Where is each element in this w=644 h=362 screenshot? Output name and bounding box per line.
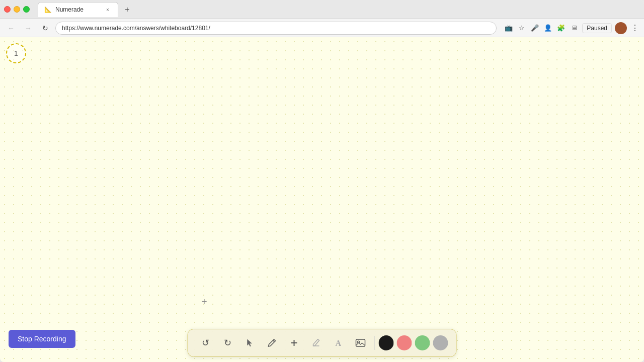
extension-icon[interactable]: 🧩 — [556, 23, 566, 33]
image-tool-button[interactable] — [351, 333, 370, 352]
whiteboard-area[interactable]: 1 + Stop Recording ↺ ↻ — [0, 37, 644, 362]
undo-button[interactable]: ↺ — [196, 333, 215, 352]
svg-text:A: A — [336, 339, 342, 347]
close-button[interactable] — [4, 6, 11, 13]
traffic-lights — [4, 6, 30, 13]
text-tool-button[interactable]: A — [329, 333, 348, 352]
text-icon: A — [334, 338, 343, 347]
drawing-toolbar: ↺ ↻ — [188, 329, 457, 357]
color-green-button[interactable] — [415, 335, 430, 350]
minimize-button[interactable] — [14, 6, 20, 13]
paused-label: Paused — [587, 25, 607, 32]
dot-grid-background — [0, 37, 644, 362]
user-avatar[interactable] — [615, 22, 627, 34]
tab-close-button[interactable]: × — [104, 6, 112, 14]
cursor-icon — [246, 338, 255, 347]
eraser-icon — [312, 338, 321, 347]
address-bar: ← → ↻ https://www.numerade.com/answers/w… — [0, 19, 644, 37]
paused-button[interactable]: Paused — [582, 23, 612, 33]
new-tab-button[interactable]: + — [120, 3, 134, 17]
eraser-tool-button[interactable] — [307, 333, 326, 352]
refresh-button[interactable]: ↻ — [38, 21, 52, 35]
tab-bar: 📐 Numerade × + — [38, 2, 134, 17]
back-button[interactable]: ← — [4, 21, 18, 35]
toolbar-separator — [374, 336, 375, 350]
url-bar[interactable]: https://www.numerade.com/answers/whitebo… — [55, 22, 497, 35]
active-tab[interactable]: 📐 Numerade × — [38, 2, 118, 17]
svg-rect-4 — [356, 339, 365, 346]
tab-favicon: 📐 — [44, 6, 51, 13]
page-number: 1 — [6, 43, 26, 63]
bookmark-icon[interactable]: ☆ — [517, 23, 527, 33]
plus-icon — [290, 338, 299, 347]
microphone-icon[interactable]: 🎤 — [530, 23, 540, 33]
cast-icon[interactable]: 📺 — [504, 23, 514, 33]
tab-title: Numerade — [55, 6, 100, 13]
pen-tool-button[interactable] — [263, 333, 282, 352]
redo-button[interactable]: ↻ — [218, 333, 237, 352]
browser-window: 📐 Numerade × + ← → ↻ https://www.numerad… — [0, 0, 644, 362]
maximize-button[interactable] — [23, 6, 30, 13]
url-text: https://www.numerade.com/answers/whitebo… — [62, 25, 210, 32]
address-icons: 📺 ☆ 🎤 👤 🧩 🖥 Paused ⋮ — [504, 22, 640, 34]
color-pink-button[interactable] — [397, 335, 412, 350]
add-tool-button[interactable] — [285, 333, 304, 352]
select-tool-button[interactable] — [240, 333, 260, 352]
stop-recording-button[interactable]: Stop Recording — [9, 330, 75, 348]
color-black-button[interactable] — [379, 335, 394, 350]
title-bar: 📐 Numerade × + — [0, 0, 644, 19]
browser-menu-button[interactable]: ⋮ — [630, 23, 640, 33]
pen-icon — [268, 338, 277, 347]
profile-icon[interactable]: 👤 — [543, 23, 553, 33]
color-gray-button[interactable] — [433, 335, 448, 350]
screenshare-icon[interactable]: 🖥 — [569, 23, 579, 33]
forward-button[interactable]: → — [21, 21, 35, 35]
image-icon — [355, 337, 366, 348]
